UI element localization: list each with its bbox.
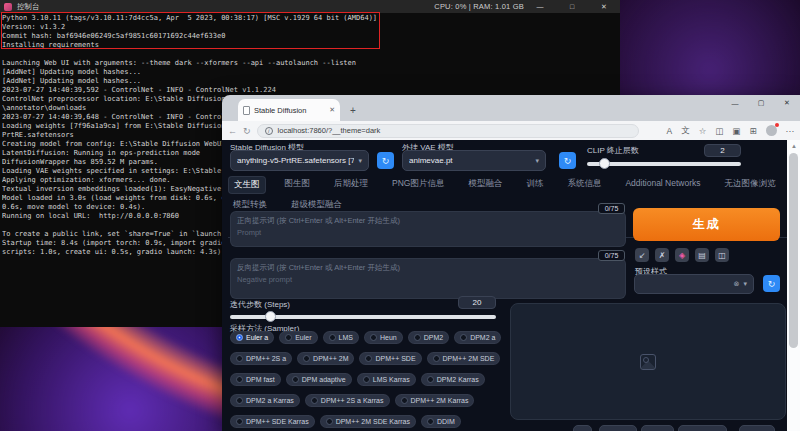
console-log-line: [AddNet] Updating model hashes... xyxy=(2,68,618,77)
console-maximize-button[interactable]: □ xyxy=(556,0,588,13)
webui-tab[interactable]: 图生图 xyxy=(280,176,316,194)
refresh-icon[interactable]: ↻ xyxy=(243,126,251,136)
sd-model-dropdown[interactable]: anything-v5-PrtRE.safetensors [7f96a1a9c… xyxy=(230,150,369,171)
browser-tabstrip: Stable Diffusion ✕ + — ▢ ✕ xyxy=(222,95,800,121)
sampler-option[interactable]: DPM2 a Karras xyxy=(230,394,300,407)
sampler-option[interactable]: DPM adaptive xyxy=(286,373,352,386)
browser-close-button[interactable]: ✕ xyxy=(774,95,800,111)
apply-style-button[interactable]: ▤ xyxy=(695,248,709,262)
gallery-action-button[interactable] xyxy=(641,425,674,431)
prompt-textarea[interactable]: 正向提示词 (按 Ctrl+Enter 或 Alt+Enter 开始生成) Pr… xyxy=(230,211,626,247)
gallery-action-button[interactable] xyxy=(739,425,775,431)
red-annotation-box xyxy=(1,12,380,49)
read-params-button[interactable]: ↙ xyxy=(635,248,649,262)
webui-tab[interactable]: 后期处理 xyxy=(329,176,373,194)
clear-prompt-button[interactable]: ✗ xyxy=(655,248,669,262)
styles-refresh-button[interactable]: ↻ xyxy=(763,275,780,292)
sampler-option[interactable]: DPM2 xyxy=(408,331,449,344)
slider-handle[interactable] xyxy=(599,158,610,169)
sampler-option[interactable]: DPM2 a xyxy=(454,331,501,344)
vae-refresh-button[interactable]: ↻ xyxy=(559,152,576,169)
clear-selection-icon[interactable]: ⊗ xyxy=(734,280,740,288)
sampler-option[interactable]: DDIM xyxy=(421,415,461,428)
sampler-option[interactable]: DPM++ 2M xyxy=(297,352,354,365)
browser-toolbar: ← ↻ i localhost:7860/?__theme=dark A文☆◫▣… xyxy=(222,121,800,140)
sd-model-refresh-button[interactable]: ↻ xyxy=(377,152,394,169)
radio-icon xyxy=(311,397,318,404)
sampler-option[interactable]: LMS xyxy=(323,331,359,344)
sampler-option[interactable]: DPM++ 2S a Karras xyxy=(305,394,390,407)
sampler-option[interactable]: Euler xyxy=(279,331,317,344)
styles-dropdown[interactable]: ⊗ ▾ xyxy=(634,274,754,294)
profile-avatar[interactable] xyxy=(766,125,777,136)
webui-tab[interactable]: PNG图片信息 xyxy=(387,176,449,194)
split-screen-icon[interactable]: ◫ xyxy=(715,126,723,136)
radio-icon xyxy=(427,418,434,425)
save-style-button[interactable]: ◫ xyxy=(715,248,729,262)
tab-close-icon[interactable]: ✕ xyxy=(329,106,335,114)
slider-handle[interactable] xyxy=(265,311,276,322)
console-log-line: 2023-07-27 14:40:39,592 - ControlNet - I… xyxy=(2,86,618,95)
new-tab-button[interactable]: + xyxy=(350,105,356,116)
sampler-option[interactable]: DPM++ 2M SDE Karras xyxy=(320,415,416,428)
sd-model-value: anything-v5-PrtRE.safetensors [7f96a1a9c… xyxy=(237,156,354,165)
sampler-option[interactable]: DPM++ SDE xyxy=(359,352,421,365)
sampler-option-label: DPM2 xyxy=(424,334,443,341)
steps-value[interactable]: 20 xyxy=(458,296,496,309)
webui-tab[interactable]: 文生图 xyxy=(228,176,266,194)
webui-tab[interactable]: 模型融合 xyxy=(463,176,507,194)
extensions-puzzle-icon[interactable]: ⊞ xyxy=(749,126,756,136)
webui-tab[interactable]: 无边图像浏览 xyxy=(720,176,781,194)
sampler-option[interactable]: DPM++ 2S a xyxy=(230,352,292,365)
gallery-action-button[interactable] xyxy=(573,425,592,431)
tab-favicon-icon xyxy=(243,106,250,115)
webui-tab[interactable]: 系统信息 xyxy=(562,176,606,194)
sampler-option-label: DPM++ 2M Karras xyxy=(411,397,469,404)
browser-window: Stable Diffusion ✕ + — ▢ ✕ ← ↻ i localho… xyxy=(222,95,800,431)
sampler-option[interactable]: LMS Karras xyxy=(357,373,416,386)
browser-maximize-button[interactable]: ▢ xyxy=(748,95,774,111)
read-aloud-icon[interactable]: A xyxy=(667,126,673,136)
address-bar[interactable]: i localhost:7860/?__theme=dark xyxy=(257,124,639,138)
browser-minimize-button[interactable]: — xyxy=(722,95,748,111)
sampler-option[interactable]: DPM fast xyxy=(230,373,281,386)
sampler-option[interactable]: DPM++ SDE Karras xyxy=(230,415,315,428)
clip-skip-value[interactable]: 2 xyxy=(704,144,741,157)
steps-slider[interactable] xyxy=(230,315,496,319)
sampler-option-label: Euler a xyxy=(246,334,268,341)
sampler-option-label: LMS xyxy=(339,334,353,341)
more-menu-icon[interactable]: ⋯ xyxy=(786,126,795,136)
scrollbar-up-icon[interactable]: ▲ xyxy=(791,143,797,149)
extra-networks-button[interactable]: ◈ xyxy=(675,248,689,262)
console-close-button[interactable]: ✕ xyxy=(588,0,620,13)
webui-tab[interactable]: Additional Networks xyxy=(620,176,705,194)
gallery-action-button[interactable] xyxy=(599,425,637,431)
sampler-option[interactable]: DPM++ 2M Karras xyxy=(395,394,475,407)
sampler-option[interactable]: DPM++ 2M SDE xyxy=(427,352,501,365)
generate-button[interactable]: 生成 xyxy=(633,208,780,241)
sampler-option[interactable]: Heun xyxy=(364,331,403,344)
browser-tab[interactable]: Stable Diffusion ✕ xyxy=(238,99,340,121)
sampler-option[interactable]: Euler a xyxy=(230,331,274,344)
sampler-radio-group: Euler a Euler LMS Heun xyxy=(230,331,502,431)
clip-skip-slider[interactable] xyxy=(587,162,741,166)
vae-dropdown[interactable]: animevae.pt ▾ xyxy=(402,150,546,171)
prompt-placeholder-en: Prompt xyxy=(237,228,619,237)
page-scrollbar[interactable]: ▲ xyxy=(787,140,800,431)
chevron-down-icon: ▾ xyxy=(358,157,362,165)
radio-icon xyxy=(236,355,243,362)
console-minimize-button[interactable]: — xyxy=(524,0,556,13)
favorites-star-icon[interactable]: ☆ xyxy=(699,126,707,136)
back-icon[interactable]: ← xyxy=(228,126,237,136)
radio-icon xyxy=(365,355,372,362)
sampler-option[interactable]: DPM2 Karras xyxy=(421,373,485,386)
sampler-option-label: DPM fast xyxy=(246,376,275,383)
gallery-action-button[interactable] xyxy=(678,425,727,431)
scrollbar-thumb[interactable] xyxy=(789,153,798,348)
negative-prompt-textarea[interactable]: 反向提示词 (按 Ctrl+Enter 或 Alt+Enter 开始生成) Ne… xyxy=(230,258,626,299)
translate-icon[interactable]: 文 xyxy=(681,125,690,137)
sampler-option-label: LMS Karras xyxy=(373,376,410,383)
webui-tab[interactable]: 训练 xyxy=(521,176,548,194)
site-info-icon[interactable]: i xyxy=(265,127,273,135)
collections-icon[interactable]: ▣ xyxy=(732,126,740,136)
